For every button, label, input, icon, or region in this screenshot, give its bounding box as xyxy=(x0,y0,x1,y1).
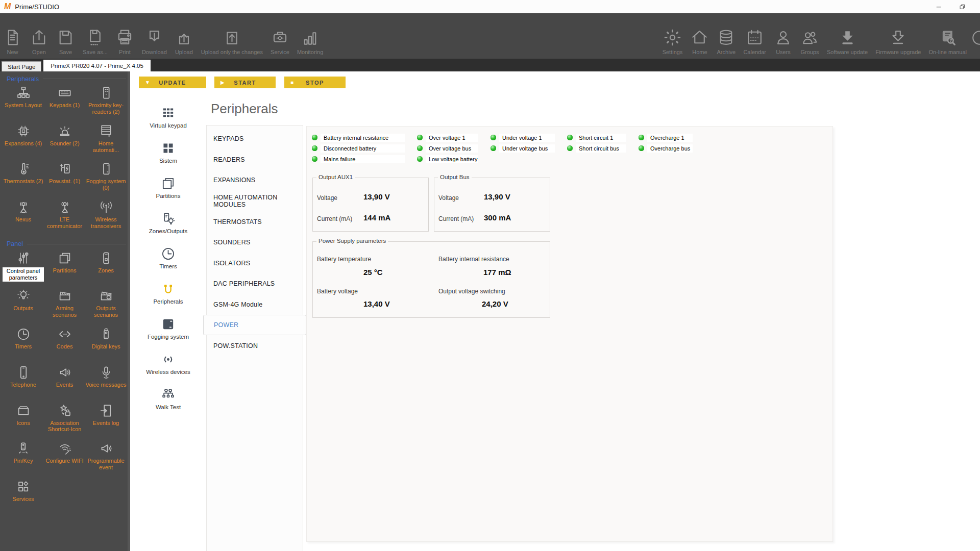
restore-button[interactable] xyxy=(953,0,971,13)
nav-item-sistem[interactable]: Sistem xyxy=(130,139,206,164)
sidebar-item-thermostats-2[interactable]: Thermostats (2) xyxy=(3,160,44,198)
toolbar-home[interactable]: Home xyxy=(690,13,709,59)
submenu-item-readers[interactable]: READERS xyxy=(207,149,303,170)
sidebar-item-timers[interactable]: Timers xyxy=(3,325,44,364)
toolbar-calendar[interactable]: Calendar xyxy=(743,13,766,59)
start-symbol-icon: ▶ xyxy=(220,80,225,85)
sidebar-item-proximity-key-readers-2[interactable]: Proximity key-readers (2) xyxy=(85,84,127,122)
nav-item-label: Sistem xyxy=(159,158,177,164)
sidebar-item-association-shortcut-icon[interactable]: Association Shortcut-Icon xyxy=(44,402,85,440)
indicator-label: Over voltage bus xyxy=(426,144,478,153)
sidebar-item-services[interactable]: Services xyxy=(3,478,44,516)
sidebar-item-programmable-event[interactable]: Programmable event xyxy=(85,440,127,478)
toolbar-download[interactable]: Download xyxy=(142,13,167,59)
toolbar-upload[interactable]: Upload xyxy=(175,13,193,59)
sidebar-item-arming-scenarios[interactable]: Arming scenarios xyxy=(44,287,85,325)
app-title: Prime/STUDIO xyxy=(15,3,59,11)
database-icon xyxy=(717,28,736,47)
submenu-item-home-automation-modules[interactable]: HOME AUTOMATION MODULES xyxy=(207,191,303,212)
sidebar-item-pin-key[interactable]: Pin/Key xyxy=(3,440,44,478)
sidebar-item-pow-stat-1[interactable]: Pow.stat. (1) xyxy=(44,160,85,198)
bars-icon xyxy=(301,28,320,47)
toolbar-upload-only-the-changes[interactable]: Upload only the changes xyxy=(201,13,263,59)
section-rule xyxy=(27,244,126,244)
sidebar-item-system-layout[interactable]: System Layout xyxy=(3,84,44,122)
toolbar-service[interactable]: Service xyxy=(271,13,289,59)
update-button[interactable]: ▼UPDATE xyxy=(139,77,206,88)
nav-item-wireless-devices[interactable]: Wireless devices xyxy=(130,350,206,375)
sidebar-item-sounder-2[interactable]: Sounder (2) xyxy=(44,122,85,161)
toolbar-settings[interactable]: Settings xyxy=(663,13,683,59)
sidebar-item-events-log[interactable]: Events log xyxy=(85,402,127,440)
minimize-button[interactable] xyxy=(930,0,947,13)
sidebar-item-expansions-4[interactable]: Expansions (4) xyxy=(3,122,44,161)
sidebar-item-outputs[interactable]: Outputs xyxy=(3,287,44,325)
submenu-item-keypads[interactable]: KEYPADS xyxy=(207,129,303,149)
sidebar-item-icons[interactable]: Icons xyxy=(3,402,44,440)
nav-item-zones-outputs[interactable]: Zones/Outputs xyxy=(130,210,206,234)
nav-item-partitions[interactable]: Partitions xyxy=(130,174,206,199)
submenu-item-isolators[interactable]: ISOLATORS xyxy=(207,253,303,274)
sidebar-item-label: Zones xyxy=(98,267,114,274)
tab-start-page[interactable]: Start Page xyxy=(2,61,41,71)
sidebar-item-control-panel-parameters[interactable]: Control panel parameters xyxy=(3,249,44,288)
sidebar-item-label: Wireless transceivers xyxy=(85,216,127,230)
sidebar-item-home-automati[interactable]: Home automati... xyxy=(85,122,127,161)
nav-item-walk-test[interactable]: Walk Test xyxy=(130,386,206,410)
tab-primex-pr020-4-07-prime-x-4-05[interactable]: PrimeX PR020 4.07 - Prime_X 4.05 xyxy=(43,60,151,71)
start-button[interactable]: ▶START xyxy=(214,77,276,88)
submenu-item-dac-peripherals[interactable]: DAC PERIPHERALS xyxy=(207,273,303,294)
wifi-wand-icon xyxy=(57,440,72,457)
submenu-item-power[interactable]: POWER xyxy=(203,315,306,335)
toolbar-item-label: Upload only the changes xyxy=(201,49,263,55)
nav-item-fogging-system[interactable]: Fogging system xyxy=(130,315,206,340)
sidebar-item-label: Telephone xyxy=(10,382,36,388)
toolbar-monitoring[interactable]: Monitoring xyxy=(297,13,323,59)
submenu-item-sounders[interactable]: SOUNDERS xyxy=(207,232,303,253)
nav-item-virtual-keypad[interactable]: Virtual keypad xyxy=(130,104,206,129)
toolbar-users[interactable]: Users xyxy=(774,13,793,59)
sidebar-item-codes[interactable]: Codes xyxy=(44,325,85,364)
sidebar-item-partitions[interactable]: Partitions xyxy=(44,249,85,288)
toolbar-on-line-manual[interactable]: On-line manual xyxy=(928,13,967,59)
sidebar-item-configure-wifi[interactable]: Configure WIFI xyxy=(44,440,85,478)
toolbar-item-label: Groups xyxy=(800,49,819,55)
toolbar-archive[interactable]: Archive xyxy=(717,13,736,59)
submenu-item-thermostats[interactable]: THERMOSTATS xyxy=(207,211,303,232)
wireless-dot-icon xyxy=(160,350,176,368)
submenu-item-expansions[interactable]: EXPANSIONS xyxy=(207,170,303,191)
nav-item-timers[interactable]: Timers xyxy=(130,245,206,269)
toolbar-groups[interactable]: Groups xyxy=(800,13,819,59)
nav-item-peripherals[interactable]: Peripherals xyxy=(130,280,206,305)
indicator-low-voltage-battery: Low voltage battery xyxy=(417,155,491,163)
sidebar-section-panel: PanelControl panel parametersPartitionsZ… xyxy=(0,240,130,516)
stop-button[interactable]: ■STOP xyxy=(284,77,346,88)
toolbar-new[interactable]: New xyxy=(3,13,22,59)
toolbar-software-update[interactable]: Software update xyxy=(827,13,868,59)
toolbar-print[interactable]: Print xyxy=(115,13,134,59)
nav-item-label: Partitions xyxy=(156,193,181,199)
sidebar-item-zones[interactable]: Zones xyxy=(85,249,127,288)
toolbar-item-label: On-line manual xyxy=(928,49,967,55)
sidebar-item-outputs-scenarios[interactable]: Outputs scenarios xyxy=(85,287,127,325)
green-led-icon xyxy=(312,135,317,140)
sidebar-item-telephone[interactable]: Telephone xyxy=(3,364,44,402)
sidebar-item-nexus[interactable]: Nexus xyxy=(3,198,44,237)
open-icon xyxy=(30,28,48,47)
sidebar-item-digital-keys[interactable]: Digital keys xyxy=(85,325,127,364)
toolbar-save-as[interactable]: Save as... xyxy=(83,13,108,59)
sidebar-item-keypads-1[interactable]: Keypads (1) xyxy=(44,84,85,122)
submenu-item-gsm-4g-module[interactable]: GSM-4G Module xyxy=(207,294,303,315)
sidebar-item-lte-communicator[interactable]: LTE communicator xyxy=(44,198,85,237)
sidebar-item-events[interactable]: Events xyxy=(44,364,85,402)
sidebar-item-voice-messages[interactable]: Voice messages xyxy=(85,364,127,402)
sidebar-item-fogging-system-0[interactable]: Fogging system (0) xyxy=(85,160,127,198)
toolbar-item-label: Software update xyxy=(827,49,868,55)
toolbar-firmware-upgrade[interactable]: Firmware upgrade xyxy=(875,13,921,59)
submenu-item-pow-station[interactable]: POW.STATION xyxy=(207,335,303,356)
toolbar-open[interactable]: Open xyxy=(30,13,48,59)
sidebar-item-label: Sounder (2) xyxy=(50,140,79,147)
toolbar-save[interactable]: Save xyxy=(56,13,75,59)
current-label: Current (mA) xyxy=(317,215,352,222)
sidebar-item-wireless-transceivers[interactable]: Wireless transceivers xyxy=(85,198,127,237)
